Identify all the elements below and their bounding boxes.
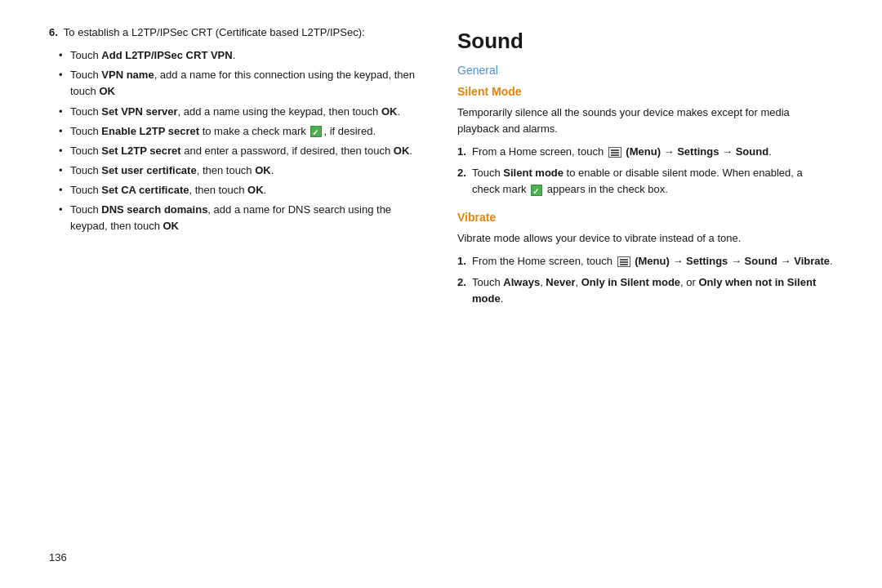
step-intro: 6. To establish a L2TP/IPSec CRT (Certif… xyxy=(49,24,425,41)
vibrate-steps: 1. From the Home screen, touch (Menu) → … xyxy=(457,253,833,307)
vibrate-heading: Vibrate xyxy=(457,209,833,227)
silent-mode-heading: Silent Mode xyxy=(457,83,833,101)
menu-icon xyxy=(617,256,630,267)
list-item: Touch Set VPN server, add a name using t… xyxy=(59,104,425,120)
right-column: Sound General Silent Mode Temporarily si… xyxy=(457,24,833,543)
list-item: 1. From the Home screen, touch (Menu) → … xyxy=(457,253,833,270)
list-item: 1. From a Home screen, touch (Menu) → Se… xyxy=(457,144,833,160)
checkmark-icon xyxy=(310,126,322,137)
step-number: 6. xyxy=(49,26,58,38)
step-num: 1. xyxy=(457,253,466,270)
list-item: Touch Set L2TP secret and enter a passwo… xyxy=(59,143,425,159)
menu-icon xyxy=(608,147,621,158)
left-column: 6. To establish a L2TP/IPSec CRT (Certif… xyxy=(49,24,425,543)
bullet-list: Touch Add L2TP/IPSec CRT VPN. Touch VPN … xyxy=(49,47,425,234)
vibrate-desc: Vibrate mode allows your device to vibra… xyxy=(457,230,833,247)
list-item: Touch Set CA certificate, then touch OK. xyxy=(59,182,425,198)
list-item: Touch DNS search domains, add a name for… xyxy=(59,202,425,234)
page-number: 136 xyxy=(49,543,833,564)
sound-title: Sound xyxy=(457,24,833,57)
list-item: 2. Touch Always, Never, Only in Silent m… xyxy=(457,274,833,307)
list-item: Touch Set user certificate, then touch O… xyxy=(59,163,425,179)
general-label: General xyxy=(457,62,833,80)
step-text: To establish a L2TP/IPSec CRT (Certifica… xyxy=(64,26,365,38)
step-num: 1. xyxy=(457,144,466,160)
list-item: Touch VPN name, add a name for this conn… xyxy=(59,67,425,100)
step-num: 2. xyxy=(457,274,466,291)
list-item: Touch Add L2TP/IPSec CRT VPN. xyxy=(59,47,425,64)
silent-mode-steps: 1. From a Home screen, touch (Menu) → Se… xyxy=(457,144,833,198)
checkmark-icon xyxy=(531,185,542,196)
list-item: Touch Enable L2TP secret to make a check… xyxy=(59,123,425,140)
list-item: 2. Touch Silent mode to enable or disabl… xyxy=(457,165,833,198)
page: 6. To establish a L2TP/IPSec CRT (Certif… xyxy=(0,0,882,588)
content-area: 6. To establish a L2TP/IPSec CRT (Certif… xyxy=(49,24,833,543)
step-num: 2. xyxy=(457,165,466,181)
silent-mode-desc: Temporarily silence all the sounds your … xyxy=(457,105,833,137)
